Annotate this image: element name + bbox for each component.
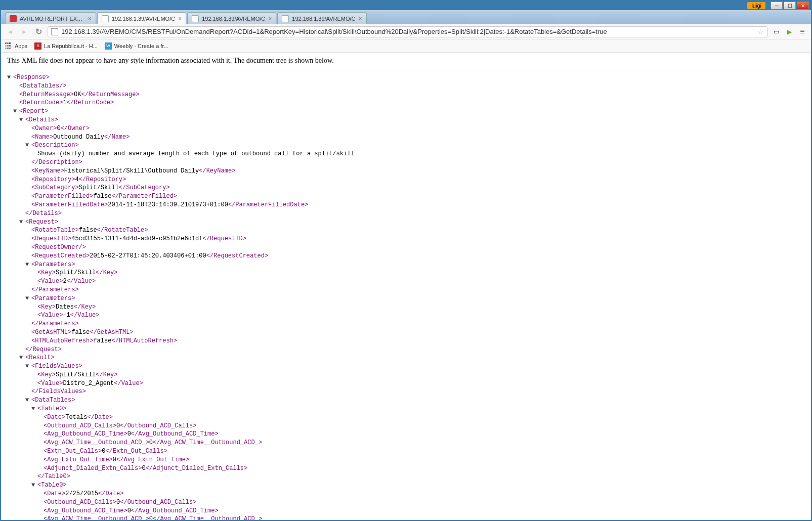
bookmark-label: Apps [15,43,27,49]
xml-node: <Avg_Outbound_ACD_Time>0</Avg_Outbound_A… [44,430,805,439]
favicon-icon [10,15,17,22]
bookmark-apps[interactable]: Apps [5,42,27,50]
xml-node: <Key>Dates</Key> [37,303,805,312]
xml-node: ▼<Parameters> [31,260,805,269]
xml-node: </Description> [31,158,805,167]
xml-node: <ReturnCode>1</ReturnCode> [19,99,805,107]
collapse-icon[interactable]: ▼ [19,116,23,124]
minimize-button[interactable]: ─ [771,2,783,10]
xml-node: <Outbound_ACD_Calls>0</Outbound_ACD_Call… [44,498,805,507]
bookmark-icon: R [34,42,41,50]
collapse-icon[interactable]: ▼ [13,107,17,116]
xml-node: <Value>-1</Value> [37,311,805,320]
back-button[interactable]: ◄ [5,27,15,37]
collapse-icon[interactable]: ▼ [31,481,35,490]
collapse-icon[interactable]: ▼ [25,260,29,269]
xml-node: ▼<FieldsValues> [31,362,805,371]
tab-title: AVREMO REPORT EXPLO [20,16,85,22]
reload-icon: ↻ [35,27,42,36]
collapse-icon[interactable]: ▼ [25,396,29,405]
content-area[interactable]: This XML file does not appear to have an… [1,53,811,520]
xml-notice: This XML file does not appear to have an… [7,57,805,69]
xml-node: ▼<Request> [25,218,805,227]
device-icon[interactable]: ▭ [772,27,781,36]
xml-tree: ▼<Response> <DataTables/> <ReturnMessage… [7,73,805,520]
reload-button[interactable]: ↻ [33,27,44,37]
xml-node: </FieldsValues> [31,387,805,396]
xml-node: <HTMLAutoRefresh>false</HTMLAutoRefresh> [31,337,805,345]
xml-node: ▼<Report> [19,107,805,116]
xml-node: ▼<Description> [31,141,805,150]
xml-node: <RequestOwner/> [31,243,805,252]
collapse-icon[interactable]: ▼ [25,141,29,150]
xml-text: Shows (daily) number and average length … [37,150,805,158]
xml-node: <ParameterFilled>false</ParameterFilled> [31,192,805,201]
xml-node: </Parameters> [31,286,805,294]
xml-node: <Avg_ACW_Time__Outbound_ACD_>0</Avg_ACW_… [44,515,805,520]
collapse-icon[interactable]: ▼ [19,354,23,362]
xml-node: <Repository>4</Repository> [31,176,805,184]
collapse-icon[interactable]: ▼ [31,405,35,413]
xml-node: ▼<DataTables> [31,396,805,405]
xml-node: </Parameters> [31,320,805,328]
xml-node: <Name>Outbound Daily</Name> [31,133,805,142]
xml-node: <DataTables/> [19,82,805,91]
collapse-icon[interactable]: ▼ [7,73,11,82]
tab-close-icon[interactable]: × [88,15,92,22]
xml-node: <Key>Split/Skill</Key> [37,269,805,277]
xml-node: <RotateTable>false</RotateTable> [31,226,805,235]
bookmark-label: La Repubblica.it - H... [44,43,98,49]
xml-node: <Value>2</Value> [37,277,805,286]
tab-strip: AVREMO REPORT EXPLO × 192.168.1.39/AVREM… [1,10,811,24]
xml-node: <RequestCreated>2015-02-27T01:45:20.4034… [31,252,805,260]
nav-bar: ◄ ► ↻ 192.168.1.39/AVREMO/CMS/RESTFul/On… [1,24,811,39]
address-bar[interactable]: 192.168.1.39/AVREMO/CMS/RESTFul/OnDemand… [48,26,767,37]
tab-title: 192.168.1.39/AVREMO/C [202,16,265,22]
bookmarks-bar: Apps R La Repubblica.it - H... W Weebly … [1,39,811,53]
collapse-icon[interactable]: ▼ [25,294,29,303]
extension-icon[interactable]: ▶ [785,27,794,36]
maximize-button[interactable]: ☐ [784,2,796,10]
xml-node: ▼<Details> [25,116,805,124]
bookmark-weebly[interactable]: W Weebly - Create a fr... [105,42,168,50]
xml-node: </Table0> [37,472,805,481]
xml-node: <Adjunct_Dialed_Extn_Calls>0</Adjunct_Di… [44,464,805,473]
xml-node: ▼<Parameters> [31,294,805,303]
xml-node: <Outbound_ACD_Calls>0</Outbound_ACD_Call… [44,422,805,430]
xml-node: <ReturnMessage>OK</ReturnMessage> [19,91,805,99]
collapse-icon[interactable]: ▼ [25,362,29,371]
tab-close-icon[interactable]: × [178,15,182,22]
xml-node: <RequestID>45cd3155-1311-4d4d-add9-c951b… [31,235,805,243]
xml-node: <Avg_Extn_Out_Time>0</Avg_Extn_Out_Time> [44,456,805,464]
tab-title: 192.168.1.39/AVREMO/C [292,16,355,22]
apps-icon [5,42,12,50]
xml-node: <Owner>0</Owner> [31,124,805,133]
chrome-menu-icon[interactable]: ≡ [798,27,807,36]
url-text: 192.168.1.39/AVREMO/CMS/RESTFul/OnDemand… [61,28,757,35]
xml-node: <Date>2/25/2015</Date> [44,490,805,498]
tab-1[interactable]: 192.168.1.39/AVREMO/C × [97,12,186,24]
page-icon [51,28,58,35]
xml-node: <Date>Totals</Date> [44,413,805,422]
xml-node: ▼<Table0> [37,405,805,413]
forward-button[interactable]: ► [19,27,29,37]
tab-close-icon[interactable]: × [268,15,272,22]
tab-title: 192.168.1.39/AVREMO/C [112,16,175,22]
tab-close-icon[interactable]: × [359,15,362,22]
xml-node: <ParameterFilledDate>2014-11-18T23:14:39… [31,201,805,209]
xml-node: ▼<Response> [13,73,805,82]
collapse-icon[interactable]: ▼ [19,218,23,227]
xml-node: <Avg_ACW_Time__Outbound_ACD_>0</Avg_ACW_… [44,439,805,447]
tab-3[interactable]: 192.168.1.39/AVREMO/C × [277,12,366,24]
xml-node: <KeyName>Historical\Split/Skill\Outbound… [31,167,805,176]
bookmark-star-icon[interactable]: ☆ [757,28,764,36]
xml-node: </Details> [25,209,805,218]
xml-node: ▼<Table0> [37,481,805,490]
browser-window: luigi ─ ☐ ✕ AVREMO REPORT EXPLO × 192.16… [0,0,812,521]
user-badge[interactable]: luigi [747,2,765,9]
close-button[interactable]: ✕ [797,2,809,10]
bookmark-repubblica[interactable]: R La Repubblica.it - H... [34,42,98,50]
xml-node: <Avg_Outbound_ACD_Time>0</Avg_Outbound_A… [44,507,805,515]
tab-2[interactable]: 192.168.1.39/AVREMO/C × [187,12,276,24]
tab-0[interactable]: AVREMO REPORT EXPLO × [5,12,96,24]
